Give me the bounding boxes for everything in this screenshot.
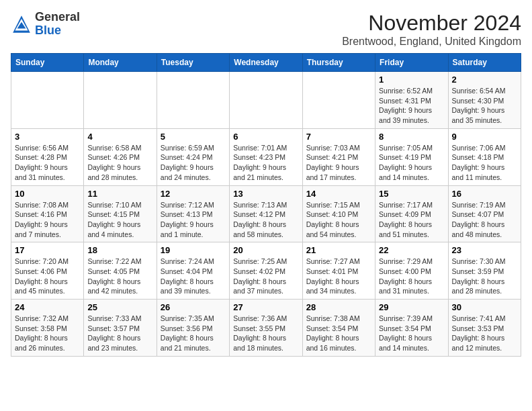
day-number: 13 (233, 189, 298, 199)
calendar-cell: 4Sunrise: 6:58 AM Sunset: 4:26 PM Daylig… (84, 128, 157, 185)
day-number: 10 (15, 189, 80, 199)
day-info: Sunrise: 7:10 AM Sunset: 4:15 PM Dayligh… (87, 200, 152, 240)
day-info: Sunrise: 7:36 AM Sunset: 3:55 PM Dayligh… (233, 314, 298, 353)
day-info: Sunrise: 7:20 AM Sunset: 4:06 PM Dayligh… (15, 257, 80, 296)
day-info: Sunrise: 7:03 AM Sunset: 4:21 PM Dayligh… (306, 143, 371, 183)
calendar-body: 1Sunrise: 6:52 AM Sunset: 4:31 PM Daylig… (11, 72, 521, 357)
day-number: 28 (306, 302, 371, 312)
day-info: Sunrise: 7:33 AM Sunset: 3:57 PM Dayligh… (87, 314, 152, 353)
header-day-wednesday: Wednesday (230, 54, 302, 72)
day-number: 22 (379, 245, 444, 255)
day-info: Sunrise: 7:30 AM Sunset: 3:59 PM Dayligh… (452, 257, 517, 296)
day-info: Sunrise: 7:12 AM Sunset: 4:13 PM Dayligh… (161, 200, 226, 240)
calendar-cell: 13Sunrise: 7:13 AM Sunset: 4:12 PM Dayli… (230, 185, 302, 242)
day-number: 15 (379, 189, 444, 199)
day-number: 29 (379, 302, 444, 312)
calendar-cell (84, 72, 157, 129)
logo: General Blue (11, 11, 80, 38)
day-number: 1 (379, 75, 444, 85)
title-block: November 2024 Brentwood, England, United… (342, 11, 521, 48)
calendar-header: SundayMondayTuesdayWednesdayThursdayFrid… (11, 54, 521, 72)
day-info: Sunrise: 7:41 AM Sunset: 3:53 PM Dayligh… (452, 314, 517, 353)
calendar-cell: 17Sunrise: 7:20 AM Sunset: 4:06 PM Dayli… (11, 242, 84, 300)
day-number: 19 (161, 245, 226, 255)
day-info: Sunrise: 7:24 AM Sunset: 4:04 PM Dayligh… (161, 257, 226, 296)
day-number: 25 (87, 302, 152, 312)
day-number: 26 (161, 302, 226, 312)
day-info: Sunrise: 7:32 AM Sunset: 3:58 PM Dayligh… (15, 314, 80, 353)
calendar-cell: 8Sunrise: 7:05 AM Sunset: 4:19 PM Daylig… (375, 128, 448, 185)
header-day-saturday: Saturday (448, 54, 521, 72)
day-info: Sunrise: 7:29 AM Sunset: 4:00 PM Dayligh… (379, 257, 444, 296)
day-number: 5 (161, 132, 226, 142)
day-info: Sunrise: 7:15 AM Sunset: 4:10 PM Dayligh… (306, 200, 371, 240)
day-number: 12 (161, 189, 226, 199)
day-info: Sunrise: 7:25 AM Sunset: 4:02 PM Dayligh… (233, 257, 298, 296)
day-number: 14 (306, 189, 371, 199)
page-subtitle: Brentwood, England, United Kingdom (342, 36, 521, 48)
day-info: Sunrise: 6:58 AM Sunset: 4:26 PM Dayligh… (87, 143, 152, 183)
day-info: Sunrise: 6:52 AM Sunset: 4:31 PM Dayligh… (379, 86, 444, 126)
calendar-cell: 26Sunrise: 7:35 AM Sunset: 3:56 PM Dayli… (157, 300, 229, 357)
calendar-table: SundayMondayTuesdayWednesdayThursdayFrid… (11, 53, 521, 357)
day-number: 24 (15, 302, 80, 312)
day-info: Sunrise: 7:35 AM Sunset: 3:56 PM Dayligh… (161, 314, 226, 353)
day-number: 3 (15, 132, 80, 142)
day-info: Sunrise: 7:38 AM Sunset: 3:54 PM Dayligh… (306, 314, 371, 353)
day-number: 30 (452, 302, 517, 312)
calendar-cell: 22Sunrise: 7:29 AM Sunset: 4:00 PM Dayli… (375, 242, 448, 300)
header-day-tuesday: Tuesday (157, 54, 229, 72)
logo-icon (11, 13, 32, 35)
day-number: 20 (233, 245, 298, 255)
calendar-cell: 30Sunrise: 7:41 AM Sunset: 3:53 PM Dayli… (448, 300, 521, 357)
day-number: 7 (306, 132, 371, 142)
calendar-cell: 3Sunrise: 6:56 AM Sunset: 4:28 PM Daylig… (11, 128, 84, 185)
calendar-cell: 6Sunrise: 7:01 AM Sunset: 4:23 PM Daylig… (230, 128, 302, 185)
day-info: Sunrise: 7:06 AM Sunset: 4:18 PM Dayligh… (452, 143, 517, 183)
day-info: Sunrise: 6:56 AM Sunset: 4:28 PM Dayligh… (15, 143, 80, 183)
day-number: 8 (379, 132, 444, 142)
day-number: 9 (452, 132, 517, 142)
header-day-friday: Friday (375, 54, 448, 72)
day-info: Sunrise: 7:17 AM Sunset: 4:09 PM Dayligh… (379, 200, 444, 240)
calendar-cell: 16Sunrise: 7:19 AM Sunset: 4:07 PM Dayli… (448, 185, 521, 242)
header-day-thursday: Thursday (302, 54, 375, 72)
calendar-cell: 7Sunrise: 7:03 AM Sunset: 4:21 PM Daylig… (302, 128, 375, 185)
calendar-cell: 2Sunrise: 6:54 AM Sunset: 4:30 PM Daylig… (448, 72, 521, 129)
day-number: 21 (306, 245, 371, 255)
day-number: 6 (233, 132, 298, 142)
header-day-monday: Monday (84, 54, 157, 72)
calendar-cell: 24Sunrise: 7:32 AM Sunset: 3:58 PM Dayli… (11, 300, 84, 357)
day-info: Sunrise: 7:01 AM Sunset: 4:23 PM Dayligh… (233, 143, 298, 183)
day-number: 16 (452, 189, 517, 199)
calendar-cell: 25Sunrise: 7:33 AM Sunset: 3:57 PM Dayli… (84, 300, 157, 357)
day-info: Sunrise: 7:08 AM Sunset: 4:16 PM Dayligh… (15, 200, 80, 240)
calendar-cell: 23Sunrise: 7:30 AM Sunset: 3:59 PM Dayli… (448, 242, 521, 300)
calendar-cell: 12Sunrise: 7:12 AM Sunset: 4:13 PM Dayli… (157, 185, 229, 242)
calendar-cell: 14Sunrise: 7:15 AM Sunset: 4:10 PM Dayli… (302, 185, 375, 242)
page-title: November 2024 (342, 11, 521, 36)
calendar-cell (302, 72, 375, 129)
day-info: Sunrise: 7:27 AM Sunset: 4:01 PM Dayligh… (306, 257, 371, 296)
calendar-cell (230, 72, 302, 129)
day-number: 2 (452, 75, 517, 85)
day-number: 11 (87, 189, 152, 199)
calendar-cell (11, 72, 84, 129)
day-info: Sunrise: 7:22 AM Sunset: 4:05 PM Dayligh… (87, 257, 152, 296)
calendar-cell: 28Sunrise: 7:38 AM Sunset: 3:54 PM Dayli… (302, 300, 375, 357)
logo-text: General Blue (35, 11, 80, 38)
day-number: 27 (233, 302, 298, 312)
day-info: Sunrise: 7:39 AM Sunset: 3:54 PM Dayligh… (379, 314, 444, 353)
day-info: Sunrise: 7:05 AM Sunset: 4:19 PM Dayligh… (379, 143, 444, 183)
day-number: 17 (15, 245, 80, 255)
calendar-cell: 29Sunrise: 7:39 AM Sunset: 3:54 PM Dayli… (375, 300, 448, 357)
calendar-cell (157, 72, 229, 129)
day-number: 4 (87, 132, 152, 142)
calendar-cell: 10Sunrise: 7:08 AM Sunset: 4:16 PM Dayli… (11, 185, 84, 242)
calendar-cell: 11Sunrise: 7:10 AM Sunset: 4:15 PM Dayli… (84, 185, 157, 242)
calendar-cell: 27Sunrise: 7:36 AM Sunset: 3:55 PM Dayli… (230, 300, 302, 357)
week-row-4: 17Sunrise: 7:20 AM Sunset: 4:06 PM Dayli… (11, 242, 521, 300)
header: General Blue November 2024 Brentwood, En… (11, 11, 521, 48)
header-day-sunday: Sunday (11, 54, 84, 72)
header-row: SundayMondayTuesdayWednesdayThursdayFrid… (11, 54, 521, 72)
